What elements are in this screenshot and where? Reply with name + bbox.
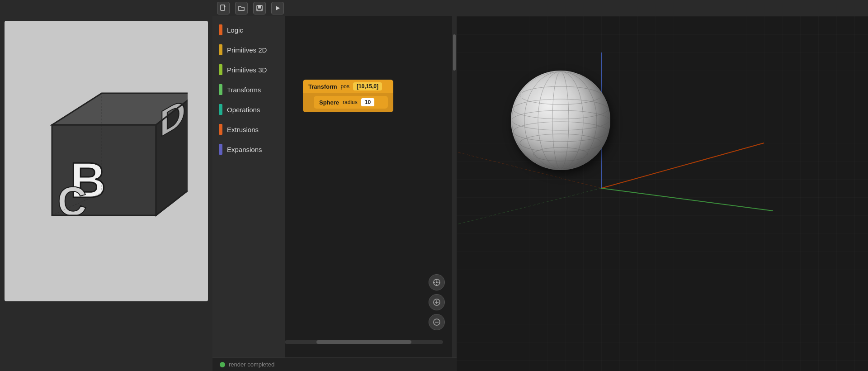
svg-rect-4 (258, 5, 261, 8)
preview-panel: B C D (5, 21, 208, 301)
radius-label: radius (343, 99, 358, 105)
panel-scrollbar[interactable] (452, 16, 457, 357)
sphere-3d-object (511, 71, 610, 170)
svg-marker-6 (276, 6, 280, 10)
transform-block[interactable]: Transform pos [10,15,0] Sphere radius 10 (303, 80, 393, 112)
extrusions-dot (219, 124, 222, 135)
cube-preview: B C D (25, 66, 188, 256)
svg-point-41 (512, 110, 609, 130)
blocks-panel: Logic Primitives 2D Primitives 3D Transf… (212, 16, 457, 371)
pos-label: pos (341, 83, 349, 90)
transforms-dot (219, 84, 222, 95)
extrusions-label: Extrusions (227, 126, 259, 133)
transform-label: Transform (308, 83, 337, 90)
toolbar (0, 0, 868, 16)
zoom-in-button[interactable] (429, 294, 445, 310)
primitives3d-dot (219, 64, 222, 75)
svg-point-21 (436, 281, 438, 283)
status-text: render completed (229, 361, 274, 368)
category-extrusions[interactable]: Extrusions (212, 119, 285, 139)
sphere-grid (511, 71, 610, 170)
svg-point-44 (533, 147, 588, 161)
viewport-panel[interactable] (457, 16, 868, 371)
primitives2d-dot (219, 44, 222, 55)
primitives3d-label: Primitives 3D (227, 66, 267, 74)
svg-rect-32 (457, 16, 868, 371)
svg-point-45 (552, 71, 569, 169)
sphere-block[interactable]: Sphere radius 10 (314, 96, 388, 109)
save-file-button[interactable] (253, 2, 266, 14)
transform-block-body: Sphere radius 10 (303, 93, 393, 112)
status-bar: render completed (212, 357, 457, 371)
pos-value[interactable]: [10,15,0] (353, 82, 382, 90)
run-button[interactable] (271, 2, 284, 14)
primitives2d-label: Primitives 2D (227, 46, 267, 54)
panel-scrollbar-thumb[interactable] (453, 34, 456, 71)
radius-value[interactable]: 10 (361, 98, 374, 106)
expansions-dot (219, 144, 222, 155)
category-logic[interactable]: Logic (212, 20, 285, 40)
block-canvas[interactable]: Transform pos [10,15,0] Sphere radius 10 (285, 16, 452, 357)
svg-point-46 (538, 71, 583, 169)
svg-point-42 (513, 122, 608, 142)
category-primitives3d[interactable]: Primitives 3D (212, 60, 285, 80)
viewport-grid (457, 16, 868, 371)
svg-point-48 (512, 71, 609, 169)
main-content: B C D (0, 16, 868, 371)
new-file-button[interactable] (217, 2, 230, 14)
expansions-label: Expansions (227, 146, 262, 153)
logic-dot (219, 24, 222, 35)
logic-label: Logic (227, 26, 243, 34)
blocks-panel-inner: Logic Primitives 2D Primitives 3D Transf… (212, 16, 457, 357)
transforms-label: Transforms (227, 86, 261, 94)
center-view-button[interactable] (429, 274, 445, 290)
operations-dot (219, 104, 222, 115)
canvas-scrollbar[interactable] (285, 340, 443, 344)
svg-point-39 (520, 86, 601, 105)
canvas-controls (429, 274, 445, 330)
svg-point-47 (524, 71, 597, 169)
scrollbar-thumb[interactable] (316, 340, 411, 344)
svg-text:C: C (57, 179, 86, 224)
open-file-button[interactable] (235, 2, 248, 14)
transform-block-header: Transform pos [10,15,0] (303, 80, 393, 93)
operations-label: Operations (227, 106, 260, 114)
svg-point-43 (520, 134, 601, 152)
category-operations[interactable]: Operations (212, 100, 285, 119)
category-list: Logic Primitives 2D Primitives 3D Transf… (212, 16, 285, 357)
sphere-label: Sphere (319, 99, 339, 106)
svg-point-38 (512, 71, 609, 169)
status-indicator (220, 362, 225, 367)
svg-point-40 (513, 99, 608, 119)
category-primitives2d[interactable]: Primitives 2D (212, 40, 285, 60)
zoom-out-button[interactable] (429, 314, 445, 330)
category-transforms[interactable]: Transforms (212, 80, 285, 100)
category-expansions[interactable]: Expansions (212, 139, 285, 159)
